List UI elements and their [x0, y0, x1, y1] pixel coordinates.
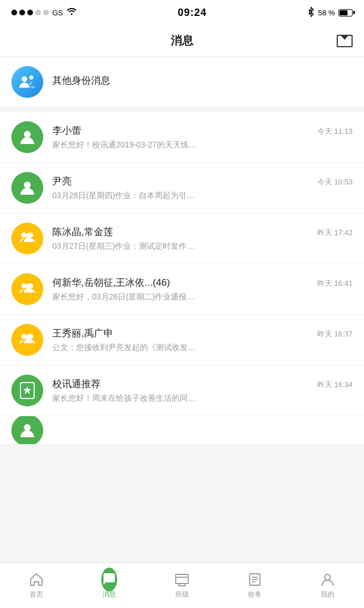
avatar-yin-liang	[11, 172, 43, 204]
message-item-xiaoxuntong[interactable]: 校讯通推荐 昨天 16:34 家长您好！周末在给孩子改善生活的同…	[0, 365, 364, 416]
message-time-wang: 昨天 16:37	[317, 329, 353, 339]
school-icon	[247, 572, 263, 588]
message-time-xxt: 昨天 16:34	[317, 380, 353, 390]
svg-point-8	[22, 284, 27, 289]
message-preview-xxt: 家长您好！周末在给孩子改善生活的同…	[52, 393, 353, 404]
svg-point-0	[22, 76, 27, 82]
status-right: 58 %	[308, 7, 353, 19]
message-content-other-identities: 其他身份消息	[52, 74, 353, 90]
message-preview-li: 家长您好！校讯通2019-03-27的天天练…	[52, 140, 353, 150]
message-top-yin: 尹亮 今天 10:53	[52, 175, 353, 188]
message-preview-he: 家长您好，03月26日(星期二)作业通报…	[52, 292, 353, 302]
message-preview-wang: 公文：您接收到尹亮发起的《测试收发…	[52, 343, 353, 353]
svg-point-7	[26, 233, 31, 239]
message-time-chen: 昨天 17:42	[317, 228, 353, 238]
nav-label-school: 校务	[248, 590, 262, 599]
message-item-he-group[interactable]: 何新华,岳朝征,王冰依...(46) 昨天 16:41 家长您好，03月26日(…	[0, 264, 364, 315]
svg-text:∞: ∞	[31, 84, 35, 90]
battery-icon	[338, 9, 353, 17]
battery-fill	[340, 10, 348, 15]
home-icon	[28, 572, 44, 588]
avatar-li-xiao-lei	[11, 121, 43, 153]
dot-2	[19, 10, 25, 15]
message-content-he: 何新华,岳朝征,王冰依...(46) 昨天 16:41 家长您好，03月26日(…	[52, 276, 353, 302]
svg-point-27	[325, 574, 330, 580]
message-time-li: 今天 11:13	[317, 126, 353, 137]
svg-point-11	[22, 334, 27, 339]
message-top-wang: 王秀丽,禹广申 昨天 16:37	[52, 327, 353, 340]
signal-dots	[11, 10, 49, 15]
message-item-li-xiao-lei[interactable]: 李小蕾 今天 11:13 家长您好！校讯通2019-03-27的天天练…	[0, 112, 364, 163]
bottom-spacer	[0, 445, 364, 496]
message-preview-yin: 03月28日(星期四)作业：自本周起为引…	[52, 191, 353, 201]
message-content-wang: 王秀丽,禹广申 昨天 16:37 公文：您接收到尹亮发起的《测试收发…	[52, 327, 353, 353]
header: 消息	[0, 25, 364, 57]
wifi-icon	[67, 7, 77, 18]
dot-1	[11, 10, 17, 15]
message-content-li: 李小蕾 今天 11:13 家长您好！校讯通2019-03-27的天天练…	[52, 124, 353, 150]
message-top-chen: 陈冰晶,常金莲 昨天 17:42	[52, 225, 353, 239]
carrier-text: GS	[52, 9, 63, 17]
avatar-other-identities: ∞	[11, 66, 43, 98]
svg-point-10	[26, 284, 31, 289]
svg-point-4	[24, 182, 31, 188]
svg-point-13	[26, 335, 31, 340]
nav-label-messages: 消息	[102, 590, 116, 599]
message-top-xxt: 校讯通推荐 昨天 16:34	[52, 377, 353, 391]
avatar-xiaoxuntong	[11, 375, 43, 406]
message-item-partial[interactable]	[0, 416, 364, 445]
battery-percent: 58 %	[318, 9, 335, 17]
message-time-he: 昨天 16:41	[317, 278, 353, 289]
svg-point-3	[24, 131, 31, 138]
nav-label-class: 班级	[175, 590, 189, 599]
message-preview-chen: 03月27日(星期三)作业：测试定时发作…	[52, 241, 353, 252]
nav-label-home: 首页	[30, 590, 43, 599]
message-name-li: 李小蕾	[52, 124, 312, 137]
nav-item-school[interactable]: 校务	[218, 572, 291, 599]
bluetooth-icon	[308, 7, 315, 19]
message-item-yin-liang[interactable]: 尹亮 今天 10:53 03月28日(星期四)作业：自本周起为引…	[0, 163, 364, 213]
message-list: ∞ 其他身份消息 李小蕾 今天 11:13 家长您好！校讯通2019-03-27…	[0, 57, 364, 445]
status-left: GS	[11, 7, 77, 18]
status-bar: GS 09:24 58 %	[0, 0, 364, 25]
message-top: 其他身份消息	[52, 74, 353, 87]
separator	[0, 108, 364, 112]
message-content-chen: 陈冰晶,常金莲 昨天 17:42 03月27日(星期三)作业：测试定时发作…	[52, 225, 353, 252]
svg-point-16	[24, 424, 31, 431]
message-item-wang-yu[interactable]: 王秀丽,禹广申 昨天 16:37 公文：您接收到尹亮发起的《测试收发…	[0, 315, 364, 365]
message-name-he: 何新华,岳朝征,王冰依...(46)	[52, 276, 312, 289]
nav-item-home[interactable]: 首页	[0, 572, 73, 599]
nav-item-class[interactable]: 班级	[146, 572, 218, 599]
mine-icon	[320, 572, 336, 588]
message-time-yin: 今天 10:53	[317, 177, 353, 187]
class-icon	[174, 572, 190, 588]
messages-active-circle	[101, 568, 117, 591]
message-name: 其他身份消息	[52, 74, 347, 87]
nav-item-mine[interactable]: 我的	[291, 572, 364, 599]
bottom-nav: 首页 消息 班级	[0, 562, 364, 608]
message-item-other-identities[interactable]: ∞ 其他身份消息	[0, 57, 364, 108]
messages-icon	[101, 572, 117, 588]
svg-point-1	[30, 76, 34, 80]
message-name-wang: 王秀丽,禹广申	[52, 327, 312, 340]
message-content-xxt: 校讯通推荐 昨天 16:34 家长您好！周末在给孩子改善生活的同…	[52, 377, 353, 404]
avatar-partial	[11, 416, 43, 445]
page-title: 消息	[171, 33, 193, 48]
svg-rect-18	[176, 574, 188, 584]
svg-point-5	[22, 233, 27, 238]
status-time: 09:24	[178, 7, 207, 19]
nav-item-messages[interactable]: 消息	[73, 572, 146, 599]
message-name-xxt: 校讯通推荐	[52, 377, 312, 391]
dot-5	[43, 10, 49, 15]
message-item-chen-chang[interactable]: 陈冰晶,常金莲 昨天 17:42 03月27日(星期三)作业：测试定时发作…	[0, 213, 364, 264]
compose-message-button[interactable]	[337, 35, 353, 47]
avatar-chen-chang	[11, 223, 43, 254]
svg-marker-15	[23, 386, 32, 394]
message-content-yin: 尹亮 今天 10:53 03月28日(星期四)作业：自本周起为引…	[52, 175, 353, 201]
avatar-wang-yu	[11, 324, 43, 356]
avatar-he-group	[11, 273, 43, 305]
dot-4	[35, 10, 41, 15]
message-top-li: 李小蕾 今天 11:13	[52, 124, 353, 137]
dot-3	[27, 10, 33, 15]
message-name-yin: 尹亮	[52, 175, 312, 188]
